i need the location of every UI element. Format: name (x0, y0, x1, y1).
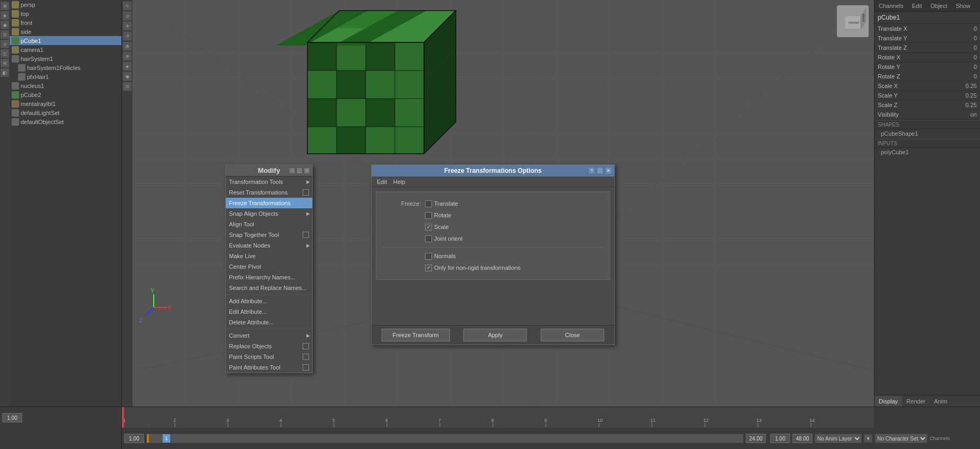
outliner-item[interactable]: defaultLightSet (10, 108, 121, 117)
outliner-item[interactable]: hairSystem1 (10, 54, 121, 63)
freeze-dialog-close[interactable]: ✕ (605, 167, 612, 174)
channel-row[interactable]: Scale Z0.25 (875, 100, 980, 110)
outliner-icon-5[interactable]: ⊙ (1, 40, 9, 48)
menu-item[interactable]: Replace Objects (226, 341, 312, 351)
menu-item[interactable]: Align Tool (226, 219, 312, 230)
freeze-scale-checkbox[interactable] (425, 224, 432, 231)
menu-item-checkbox[interactable] (303, 200, 309, 206)
menu-item[interactable]: Paint Scripts Tool (226, 351, 312, 362)
menu-item[interactable]: Snap Align Objects▶ (226, 208, 312, 219)
menu-item[interactable]: Freeze Transformations (226, 198, 312, 208)
menu-item[interactable]: Transformation Tools▶ (226, 177, 312, 187)
menu-item[interactable]: Add Attribute... (226, 296, 312, 306)
anim-layer-select[interactable]: No Anim Layer (815, 434, 862, 443)
menu-item[interactable]: Evaluate Nodes▶ (226, 240, 312, 251)
freeze-dialog-minimize[interactable]: □ (596, 167, 604, 174)
freeze-joint-checkbox[interactable] (425, 235, 432, 242)
outliner-item[interactable]: side (10, 27, 121, 36)
menu-item[interactable]: Reset Transformations (226, 187, 312, 198)
soft-tool[interactable]: ◈ (122, 61, 132, 71)
anim-start-input[interactable] (770, 434, 790, 443)
outliner-icon-2[interactable]: ◈ (1, 11, 9, 20)
scale-tool[interactable]: ⊞ (122, 41, 132, 51)
modify-menu-pin[interactable]: · (289, 168, 295, 174)
freeze-dialog-help[interactable]: ? (588, 167, 595, 174)
menu-item[interactable]: Center Pivot (226, 261, 312, 272)
freeze-rotate-checkbox[interactable] (425, 212, 432, 219)
outliner-item[interactable]: hairSystem1Follicles (10, 63, 121, 72)
freeze-transform-btn[interactable]: Freeze Transform (382, 329, 450, 341)
outliner-item[interactable]: defaultObjectSet (10, 117, 121, 126)
range-end-input[interactable] (746, 434, 766, 443)
menu-item-checkbox[interactable] (303, 189, 309, 196)
outliner-icon-1[interactable]: ⊞ (1, 2, 9, 10)
outliner-item[interactable]: pCube1 (10, 36, 121, 45)
move-tool[interactable]: ✛ (122, 21, 132, 31)
menu-item-checkbox[interactable] (303, 232, 309, 238)
menu-item[interactable]: Edit Attribute... (226, 306, 312, 317)
current-time-input[interactable] (2, 413, 22, 422)
tab-edit[interactable]: Edit (907, 0, 926, 11)
anim-layer-icon[interactable]: ▼ (864, 434, 872, 443)
menu-item[interactable]: Paint Attributes Tool (226, 362, 312, 373)
channel-row[interactable]: Scale Y0.25 (875, 91, 980, 100)
range-start-input[interactable] (124, 434, 144, 443)
show-tool[interactable]: ◉ (122, 72, 132, 81)
tab-object[interactable]: Object (926, 0, 951, 11)
freeze-nonrigid-checkbox[interactable] (425, 265, 432, 271)
rotate-tool[interactable]: ↺ (122, 31, 132, 41)
outliner-icon-4[interactable]: ⊡ (1, 30, 9, 39)
tab-show[interactable]: Show (951, 0, 975, 11)
tab-anim[interactable]: Anim (930, 395, 951, 407)
menu-item[interactable]: Prefix Hierarchy Names... (226, 272, 312, 283)
menu-item-checkbox[interactable] (303, 354, 309, 360)
dialog-menu-help[interactable]: Help (390, 179, 409, 185)
channel-row[interactable]: Rotate X0 (875, 52, 980, 62)
outliner-icon-7[interactable]: ⊟ (1, 59, 9, 67)
outliner-item[interactable]: nucleus1 (10, 81, 121, 90)
freeze-dialog-titlebar[interactable]: Freeze Transformations Options ? □ ✕ (372, 165, 614, 177)
channel-row[interactable]: Translate X0 (875, 24, 980, 33)
character-set-select[interactable]: No Character Set (875, 434, 928, 443)
apply-btn[interactable]: Apply (463, 329, 527, 341)
shapes-item[interactable]: pCubeShape1 (875, 129, 980, 138)
outliner-item[interactable]: mentalrayIbl1 (10, 99, 121, 108)
outliner-item[interactable]: persp (10, 0, 121, 9)
universal-tool[interactable]: ⊛ (122, 51, 132, 61)
channel-row[interactable]: Rotate Y0 (875, 62, 980, 72)
select-tool[interactable]: ↖ (122, 1, 132, 11)
outliner-item[interactable]: top (10, 9, 121, 18)
modify-menu-minimize[interactable]: _ (296, 168, 303, 174)
tab-channels[interactable]: Channels (875, 0, 907, 11)
channel-row[interactable]: Rotate Z0 (875, 72, 980, 81)
channel-row[interactable]: Translate Z0 (875, 43, 980, 52)
anim-end-input[interactable] (792, 434, 813, 443)
inputs-item[interactable]: polyCube1 (875, 148, 980, 156)
modify-menu-close[interactable]: ✕ (304, 168, 310, 174)
channel-row[interactable]: Visibilityon (875, 110, 980, 119)
camera-tool[interactable]: ⊡ (122, 82, 132, 91)
close-btn[interactable]: Close (541, 329, 604, 341)
outliner-item[interactable]: pCube2 (10, 90, 121, 99)
outliner-item[interactable]: front (10, 18, 121, 27)
menu-item-checkbox[interactable] (303, 364, 309, 371)
menu-item[interactable]: Make Live (226, 251, 312, 261)
menu-item[interactable]: Snap Together Tool (226, 230, 312, 240)
tab-display[interactable]: Display (875, 395, 902, 407)
dialog-menu-edit[interactable]: Edit (374, 179, 390, 185)
channel-row[interactable]: Translate Y0 (875, 33, 980, 43)
tab-render[interactable]: Render (902, 395, 930, 407)
menu-item[interactable]: Delete Attribute... (226, 317, 312, 328)
channel-row[interactable]: Scale X0.25 (875, 81, 980, 91)
lasso-tool[interactable]: ⊙ (122, 11, 132, 21)
outliner-icon-6[interactable]: ◫ (1, 49, 9, 58)
menu-item[interactable]: Convert▶ (226, 330, 312, 341)
outliner-icon-8[interactable]: ◧ (1, 68, 9, 77)
freeze-translate-checkbox[interactable] (425, 200, 432, 207)
outliner-item[interactable]: camera1 (10, 45, 121, 54)
nav-cube[interactable]: FRONT RIGHT (837, 5, 869, 37)
menu-item[interactable]: Search and Replace Names... (226, 283, 312, 293)
timeline-ruler[interactable]: 1 2 3 4 5 6 7 8 9 10 11 12 13 (122, 407, 874, 428)
modify-menu-titlebar[interactable]: Modify · _ ✕ (226, 165, 312, 177)
menu-item-checkbox[interactable] (303, 343, 309, 349)
